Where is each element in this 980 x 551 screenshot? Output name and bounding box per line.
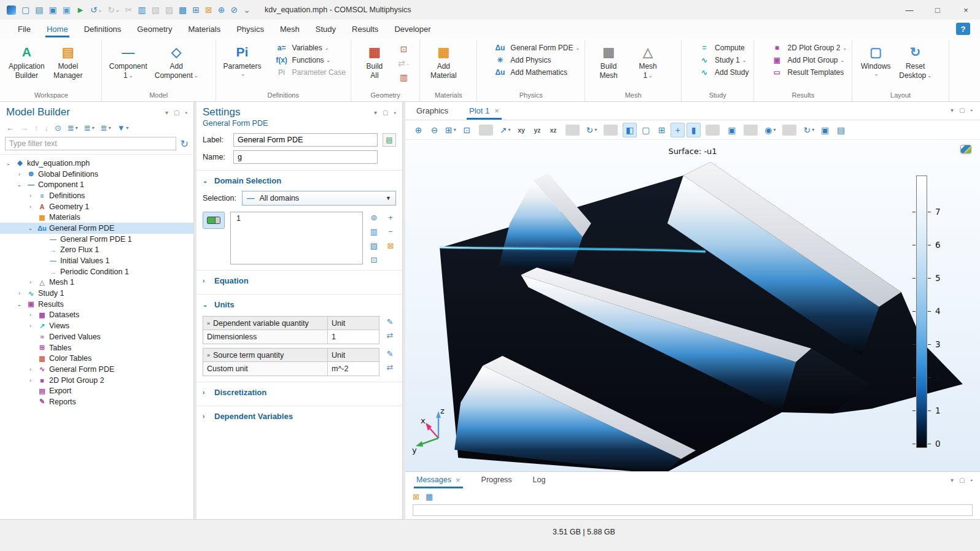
tree-item[interactable]: › ∿ Study 1 xyxy=(0,288,193,299)
livelink-icon[interactable]: ⇄ ⌄ xyxy=(398,58,410,68)
tree-filter-input[interactable] xyxy=(5,137,176,150)
lock-axes-icon[interactable]: ▣ ▾ xyxy=(725,123,739,137)
model-manager-button[interactable]: ▤ Model Manager⌄ xyxy=(50,40,87,89)
menu-results[interactable]: Results xyxy=(344,21,386,37)
add-selection-icon[interactable]: + xyxy=(388,213,393,222)
tree-item[interactable]: ⊞ Tables xyxy=(0,342,193,353)
app-logo-icon[interactable]: ⌄ xyxy=(5,5,18,15)
tab-progress[interactable]: Progress × xyxy=(479,472,515,488)
menu-physics[interactable]: Physics xyxy=(228,21,272,37)
open-messages-window-icon[interactable]: ▦ xyxy=(426,492,433,501)
copy-icon[interactable]: ▥ ⌄ xyxy=(136,4,147,15)
panel-menu-icon[interactable]: ▾ xyxy=(374,109,377,116)
tree-item[interactable]: ≈ Derived Values xyxy=(0,331,193,342)
view-xz-icon[interactable]: xz ▾ xyxy=(546,123,561,137)
tree-item[interactable]: — Initial Values 1 xyxy=(0,255,193,266)
zoom-extents-icon[interactable]: ⊡ ▾ xyxy=(460,123,474,137)
add-material-button[interactable]: ▦ Add Material⌄ xyxy=(425,40,462,89)
plot-window-thumbnail-icon[interactable] xyxy=(960,145,971,153)
scene-light-icon[interactable]: ▢ ▾ xyxy=(639,123,653,137)
selection-list-item[interactable]: 1 xyxy=(231,214,362,223)
tree-expander-icon[interactable]: › xyxy=(26,279,35,285)
tree-expander-icon[interactable]: › xyxy=(26,204,35,210)
menu-developer[interactable]: Developer xyxy=(386,21,438,37)
tree-item[interactable]: ✎ Reports xyxy=(0,396,193,407)
tree-item[interactable]: › △ Mesh 1 xyxy=(0,277,193,288)
selection-dropdown[interactable]: — All domains ▼ xyxy=(242,191,396,206)
tab-graphics[interactable]: Graphics × xyxy=(414,102,451,120)
add-physics-button[interactable]: ✳ Add Physics ⌄ xyxy=(492,56,580,64)
pin-panel-icon[interactable]: ▪ xyxy=(970,107,973,120)
mesh-1-button[interactable]: △ Mesh 1⌄ xyxy=(629,40,666,89)
duplicate-icon[interactable]: ▨ ⌄ xyxy=(163,4,175,15)
tree-expander-icon[interactable]: ⌄ xyxy=(15,301,24,307)
tree-item[interactable]: ⌄ — Component 1 xyxy=(0,179,193,190)
tree-expander-icon[interactable]: › xyxy=(26,193,35,199)
tree-item[interactable]: › ∿ General Form PDE xyxy=(0,364,193,375)
paste-icon[interactable]: ▧ ⌄ xyxy=(150,4,161,15)
back-icon[interactable]: ← ▾ xyxy=(6,123,14,133)
collapse-all-icon[interactable]: ≣ ▾ xyxy=(84,123,95,133)
add-mathematics-button[interactable]: Δu Add Mathematics ⌄ xyxy=(492,68,580,77)
virtual-operations-icon[interactable]: ▥ ⌄ xyxy=(398,72,410,82)
tree-expander-icon[interactable]: › xyxy=(26,366,35,372)
section-equation[interactable]: › Equation xyxy=(196,270,402,290)
tree-item[interactable]: ▥ Color Tables xyxy=(0,353,193,364)
section-dependent-variables[interactable]: › Dependent Variables xyxy=(196,406,402,425)
edit-table-icon[interactable]: ✎ xyxy=(387,317,394,326)
expand-columns-icon[interactable]: » xyxy=(207,320,210,326)
expand-columns-icon[interactable]: » xyxy=(207,352,210,358)
image-settings-icon[interactable]: ◉ ▾ xyxy=(763,123,777,137)
node-text-icon[interactable]: ≣ ▾ xyxy=(101,123,111,133)
tree-item[interactable]: ▦ Materials xyxy=(0,212,193,223)
close-tab-icon[interactable]: × xyxy=(494,106,499,115)
functions-button[interactable]: f(x) Functions ⌄ xyxy=(274,56,346,64)
menu-study[interactable]: Study xyxy=(308,21,344,37)
customize-toolbar-icon[interactable]: ⌄ ⌄ xyxy=(241,4,252,15)
clear-selection-icon[interactable]: ⊠ ⌄ xyxy=(203,4,214,15)
zoom-box-icon[interactable]: ⊞ ▾ xyxy=(443,123,458,137)
refresh-icon[interactable]: ↻ xyxy=(181,138,189,150)
maximize-button[interactable]: □ xyxy=(924,0,952,20)
section-domain-selection[interactable]: ⌄ Domain Selection xyxy=(196,170,402,190)
menu-file[interactable]: File xyxy=(10,21,39,37)
zoom-out-icon[interactable]: ⊖ ▾ xyxy=(427,123,441,137)
messages-output[interactable] xyxy=(413,504,973,516)
pin-panel-icon[interactable]: ▪ xyxy=(394,109,396,116)
tree-item[interactable]: ⌄ ◆ kdv_equation.mph xyxy=(0,158,193,169)
float-panel-icon[interactable]: ▢ xyxy=(174,109,179,116)
tree-expander-icon[interactable]: ⌄ xyxy=(15,182,24,188)
domain-selection-list[interactable]: 1 xyxy=(230,212,363,264)
pin-panel-icon[interactable]: ▪ xyxy=(970,477,973,488)
transparency-icon[interactable]: ◧ ▾ xyxy=(623,123,637,137)
forward-icon[interactable]: → ▾ xyxy=(20,123,28,133)
update-plot-icon[interactable]: ↻ ▾ xyxy=(801,123,816,137)
minimize-button[interactable]: — xyxy=(895,0,924,20)
variables-button[interactable]: a= Variables ⌄ xyxy=(274,44,346,52)
edit-table-icon[interactable]: ✎ xyxy=(387,349,394,358)
color-legend-icon[interactable]: ▮ ▾ xyxy=(686,123,701,137)
menu-materials[interactable]: Materials xyxy=(180,21,228,37)
help-button[interactable]: ? xyxy=(956,23,970,35)
float-panel-icon[interactable]: ▢ xyxy=(383,109,388,116)
component-1-button[interactable]: — Component 1⌄ xyxy=(107,40,150,89)
new-file-icon[interactable]: ▢ ⌄ xyxy=(20,4,31,15)
view-yz-icon[interactable]: yz ▾ xyxy=(531,123,545,137)
tree-item[interactable]: › ⊕ Global Definitions xyxy=(0,169,193,180)
menu-geometry[interactable]: Geometry xyxy=(129,21,180,37)
cut-icon[interactable]: ✂ ⌄ xyxy=(123,4,134,15)
save-as-icon[interactable]: ▣ ⌄ xyxy=(61,4,72,15)
name-input[interactable] xyxy=(233,150,378,164)
close-tab-icon[interactable]: × xyxy=(456,476,461,488)
result-templates-button[interactable]: ▭ Result Templates ⌄ xyxy=(769,68,847,77)
tree-item[interactable]: › ▦ Datasets xyxy=(0,310,193,321)
view-xy-icon[interactable]: xy ▾ xyxy=(515,123,529,137)
windows-button[interactable]: ▢ Windows ⌄ xyxy=(857,40,894,89)
close-button[interactable]: × xyxy=(952,0,980,20)
parameter-case-button[interactable]: Pi Parameter Case ⌄ xyxy=(274,68,346,77)
insert-sequence-icon[interactable]: ⊡ ⌄ xyxy=(398,44,410,54)
rotate-icon[interactable]: ↻ ▾ xyxy=(585,123,599,137)
add-study-button[interactable]: ∿ Add Study ⌄ xyxy=(696,68,749,77)
remove-selection-icon[interactable]: − xyxy=(388,227,393,236)
tree-expander-icon[interactable]: ⌄ xyxy=(4,160,13,166)
